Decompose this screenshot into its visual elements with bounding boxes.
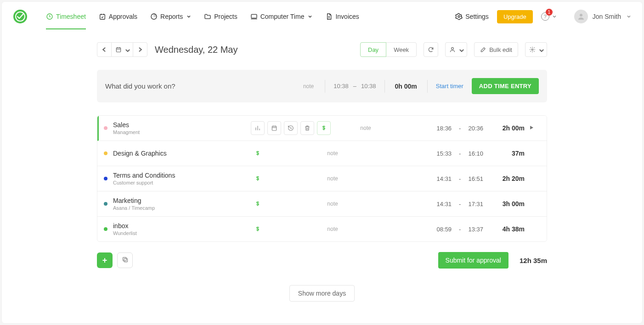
play-icon[interactable]: [528, 124, 535, 132]
billable-button[interactable]: [251, 172, 265, 185]
next-day-button[interactable]: [133, 42, 147, 57]
add-time-entry-button[interactable]: ADD TIME ENTRY: [472, 78, 539, 94]
topbar: Timesheet Approvals Reports Projects Com…: [2, 2, 642, 31]
row-note-button[interactable]: note: [312, 150, 353, 157]
svg-point-10: [452, 47, 454, 50]
row-time-range[interactable]: 15:33 - 16:10: [401, 150, 483, 157]
dash: –: [353, 83, 356, 90]
date-button[interactable]: [267, 121, 281, 135]
chevron-down-icon: [458, 47, 463, 52]
row-actions: [251, 146, 265, 160]
row-duration: 37m: [483, 150, 525, 157]
row-note-button[interactable]: note: [312, 226, 353, 232]
more-options-button[interactable]: [525, 42, 547, 57]
row-actions: [251, 197, 265, 211]
nav-computer-time[interactable]: Computer Time: [250, 4, 313, 29]
start-timer-link[interactable]: Start timer: [433, 83, 466, 90]
row-start-time: 18:36: [437, 125, 452, 132]
row-time-range[interactable]: 08:59 - 13:37: [401, 226, 483, 233]
history-button[interactable]: [284, 121, 298, 135]
date-title: Wednesday, 22 May: [155, 45, 237, 55]
entry-row[interactable]: Sales Managment note 18:36 - 20:36 2h 00…: [97, 116, 547, 141]
gear-icon: [529, 46, 536, 53]
row-note-button[interactable]: note: [345, 125, 386, 131]
divider: [325, 80, 325, 93]
nav-reports[interactable]: Reports: [150, 4, 191, 29]
calendar-picker-button[interactable]: [111, 42, 133, 57]
edit-icon: [480, 46, 486, 53]
billable-button[interactable]: [251, 222, 265, 236]
row-time-range[interactable]: 18:36 - 20:36: [401, 125, 483, 132]
task-input[interactable]: What did you work on?: [105, 82, 292, 90]
row-time-range[interactable]: 14:31 - 17:31: [401, 201, 483, 207]
entry-title: Sales: [113, 121, 251, 129]
content: Wednesday, 22 May Day Week Bulk edit Wh: [97, 31, 547, 320]
divider: [384, 80, 385, 93]
stats-button[interactable]: [251, 121, 265, 135]
delete-button[interactable]: [300, 121, 314, 135]
time-range[interactable]: 10:38 – 10:38: [331, 83, 378, 90]
row-note-button[interactable]: note: [312, 175, 353, 182]
reports-icon: [150, 13, 158, 20]
user-menu[interactable]: Jon Smith: [574, 10, 631, 23]
entry-row[interactable]: inbox Wunderlist note 08:59 - 13:37 4h 3…: [97, 217, 547, 241]
chevron-down-icon: [308, 14, 312, 19]
duration-display: 0h 00m: [390, 83, 422, 90]
entry-title: inbox: [113, 222, 251, 230]
row-start-time: 08:59: [437, 226, 452, 233]
end-time: 10:38: [361, 83, 376, 90]
entry-subtitle: Managment: [113, 129, 251, 135]
row-actions: [251, 222, 265, 236]
user-filter-button[interactable]: [445, 42, 467, 57]
svg-rect-6: [251, 14, 257, 18]
row-time-range[interactable]: 14:31 - 16:51: [401, 175, 483, 182]
nav-invoices[interactable]: Invoices: [325, 4, 359, 29]
add-row-button[interactable]: +: [97, 252, 113, 268]
nav-label: Timesheet: [56, 13, 86, 20]
entry-info: Marketing Asana / Timecamp: [113, 197, 251, 211]
entry-row[interactable]: Terms and Conditions Customer support no…: [97, 166, 547, 191]
view-day-button[interactable]: Day: [360, 42, 386, 57]
settings-link[interactable]: Settings: [455, 13, 489, 20]
row-note-button[interactable]: note: [312, 201, 353, 207]
total-duration: 12h 35m: [520, 257, 547, 264]
nav-projects[interactable]: Projects: [204, 4, 237, 29]
bulk-edit-button[interactable]: Bulk edit: [474, 42, 518, 57]
svg-rect-12: [272, 126, 276, 130]
row-end-time: 16:51: [468, 175, 483, 182]
row-duration: 2h 20m: [483, 175, 525, 182]
row-end-time: 17:31: [468, 201, 483, 207]
nav-timesheet[interactable]: Timesheet: [46, 4, 86, 29]
row-end-time: 13:37: [468, 226, 483, 233]
chevron-down-icon: [627, 14, 631, 19]
list-footer: + Submit for approval 12h 35m: [97, 252, 547, 269]
refresh-button[interactable]: [424, 42, 438, 57]
copy-button[interactable]: [117, 252, 133, 268]
view-week-button[interactable]: Week: [386, 42, 417, 57]
row-end-time: 20:36: [468, 125, 483, 132]
approval-icon: [99, 13, 106, 20]
nav-approvals[interactable]: Approvals: [99, 4, 137, 29]
calendar-icon: [115, 46, 122, 53]
submit-approval-button[interactable]: Submit for approval: [438, 252, 508, 269]
billable-button[interactable]: [251, 146, 265, 160]
help-dropdown[interactable]: 1 ?: [541, 12, 557, 21]
entry-title: Terms and Conditions: [113, 172, 251, 179]
entry-info: Design & Graphics: [113, 150, 251, 157]
person-icon: [449, 46, 456, 53]
billable-button[interactable]: [317, 121, 331, 135]
main-nav: Timesheet Approvals Reports Projects Com…: [46, 4, 455, 29]
entry-row[interactable]: Design & Graphics note 15:33 - 16:10 37m: [97, 141, 547, 166]
row-dash: -: [459, 201, 461, 207]
entry-row[interactable]: Marketing Asana / Timecamp note 14:31 - …: [97, 191, 547, 217]
billable-button[interactable]: [251, 197, 265, 211]
show-more-button[interactable]: Show more days: [289, 285, 355, 302]
start-time: 10:38: [333, 83, 349, 90]
svg-point-11: [531, 49, 533, 50]
prev-day-button[interactable]: [97, 42, 112, 57]
svg-rect-4: [100, 14, 105, 19]
chevron-down-icon: [552, 14, 557, 19]
note-button[interactable]: note: [298, 83, 319, 90]
upgrade-button[interactable]: Upgrade: [497, 10, 533, 23]
entries-list: Sales Managment note 18:36 - 20:36 2h 00…: [97, 115, 547, 242]
